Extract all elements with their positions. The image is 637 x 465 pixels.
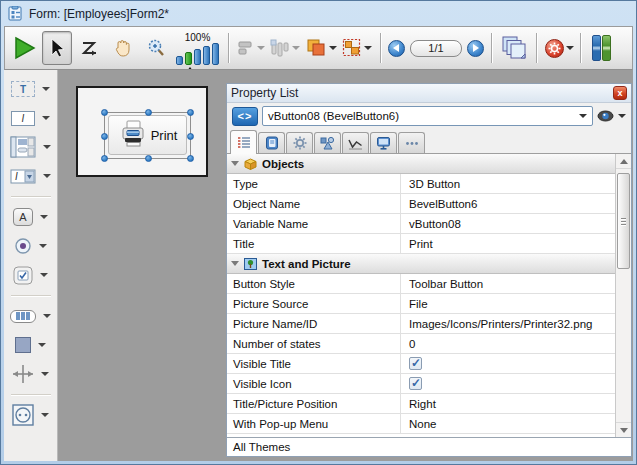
tab-property-list[interactable] [230,130,257,154]
move-tool-button[interactable] [108,31,138,65]
close-icon[interactable]: x [613,86,627,100]
selection-handle-s[interactable] [145,155,152,162]
tool-button-grid[interactable] [10,306,51,326]
collapse-triangle-icon[interactable] [231,161,239,166]
property-value[interactable]: 0 [401,334,615,353]
property-value[interactable]: Toolbar Button [401,274,615,293]
actions-button[interactable] [544,31,575,65]
tab-more[interactable] [398,132,425,153]
property-value[interactable]: Print [401,234,615,253]
object-selector-dropdown[interactable]: vButton08 (BevelButton6) [262,106,593,126]
chevron-down-icon[interactable] [43,145,51,149]
chevron-down-icon[interactable] [40,273,48,277]
property-row[interactable]: Type 3D Button [227,174,615,194]
selection-tool-button[interactable] [42,31,72,65]
property-value[interactable]: BevelButton6 [401,194,615,213]
next-page-button[interactable] [467,40,484,57]
scroll-down-button[interactable] [616,422,631,437]
zoom-bar-50[interactable] [176,56,183,65]
display-mode-button[interactable] [499,31,529,65]
form-page[interactable]: Print [76,86,208,177]
zoom-bar-100-current[interactable] [185,52,192,65]
property-value[interactable]: Images/Icons/Printers/Printer32.png [401,314,615,333]
chevron-down-icon[interactable] [42,87,50,91]
collapse-triangle-icon[interactable] [231,261,239,266]
property-list-titlebar[interactable]: Property List x [227,84,631,103]
chevron-down-icon[interactable] [41,413,49,417]
selection-handle-se[interactable] [187,155,194,162]
tab-book[interactable] [258,132,285,153]
property-row[interactable]: Title/Picture Position Right [227,394,615,414]
distribution-dropdown-arrow[interactable] [292,46,300,50]
print-button-object[interactable]: Print [108,115,187,155]
checkbox-checked[interactable] [409,377,422,390]
execute-form-button[interactable] [9,31,39,65]
library-button[interactable] [592,35,611,61]
zoom-bar-400[interactable] [203,46,210,65]
level-button[interactable] [304,31,338,65]
selection-handle-sw[interactable] [101,155,108,162]
tool-checkbox[interactable] [13,265,48,285]
property-row[interactable]: Button Style Toolbar Button [227,274,615,294]
selected-object-bounds[interactable]: Print [104,112,191,159]
tool-combobox[interactable]: I [10,166,51,186]
tab-objects[interactable] [314,132,341,153]
property-row[interactable]: Object Name BevelButton6 [227,194,615,214]
checkbox-checked[interactable] [409,357,422,370]
property-row[interactable]: Variable Name vButton08 [227,214,615,234]
chevron-down-icon[interactable] [38,343,46,347]
property-row[interactable]: Visible Title [227,354,615,374]
property-value[interactable]: File [401,294,615,313]
zoom-bars[interactable] [176,43,219,65]
selection-handle-w[interactable] [101,133,108,140]
entry-order-tool-button[interactable] [75,31,105,65]
zoom-bar-200[interactable] [194,49,201,65]
scrollbar-thumb[interactable] [617,173,630,269]
property-row[interactable]: Picture Name/ID Images/Icons/Printers/Pr… [227,314,615,334]
property-row[interactable]: Title Print [227,234,615,254]
tab-display[interactable] [370,132,397,153]
tool-listbox[interactable] [10,137,51,157]
tool-radio-button[interactable] [14,236,47,256]
property-value[interactable]: Right [401,394,615,413]
selection-handle-e[interactable] [187,133,194,140]
window-titlebar[interactable]: Form: [Employees]Form2* [4,1,633,26]
level-dropdown-arrow[interactable] [329,46,337,50]
tab-events[interactable] [342,132,369,153]
tab-settings[interactable] [286,132,313,153]
zoom-level-widget[interactable]: 100% [176,32,219,65]
selection-handle-nw[interactable] [101,109,108,116]
tool-splitter[interactable] [12,364,49,384]
section-header-objects[interactable]: Objects [227,154,615,174]
view-options-button[interactable] [597,110,626,122]
chevron-down-icon[interactable] [39,244,47,248]
chevron-down-icon[interactable] [41,372,49,376]
group-dropdown-arrow[interactable] [364,46,372,50]
chevron-down-icon[interactable] [43,174,51,178]
object-navigator-button[interactable]: <> [232,107,258,126]
selection-handle-ne[interactable] [187,109,194,116]
property-value[interactable]: 3D Button [401,174,615,193]
chevron-down-icon[interactable] [40,215,48,219]
property-row[interactable]: Number of states 0 [227,334,615,354]
group-button[interactable] [341,31,373,65]
tool-input[interactable]: I [11,108,50,128]
tool-button[interactable]: A [13,207,48,227]
selection-handle-n[interactable] [145,109,152,116]
section-header-text-and-picture[interactable]: Text and Picture [227,254,615,274]
chevron-down-icon[interactable] [43,314,51,318]
property-value[interactable]: None [401,414,615,433]
property-row[interactable]: With Pop-up Menu None [227,414,615,434]
tool-text[interactable]: T [11,79,50,99]
property-row[interactable]: Picture Source File [227,294,615,314]
distribution-button[interactable] [269,31,301,65]
property-value[interactable]: vButton08 [401,214,615,233]
zoom-bar-800[interactable] [212,43,219,65]
scrollbar[interactable] [615,154,631,437]
zoom-tool-button[interactable] [141,31,171,65]
scroll-up-button[interactable] [616,154,631,169]
property-row[interactable]: Visible Icon [227,374,615,394]
previous-page-button[interactable] [388,40,405,57]
tool-plugin-area[interactable] [12,405,49,425]
chevron-down-icon[interactable] [42,116,50,120]
